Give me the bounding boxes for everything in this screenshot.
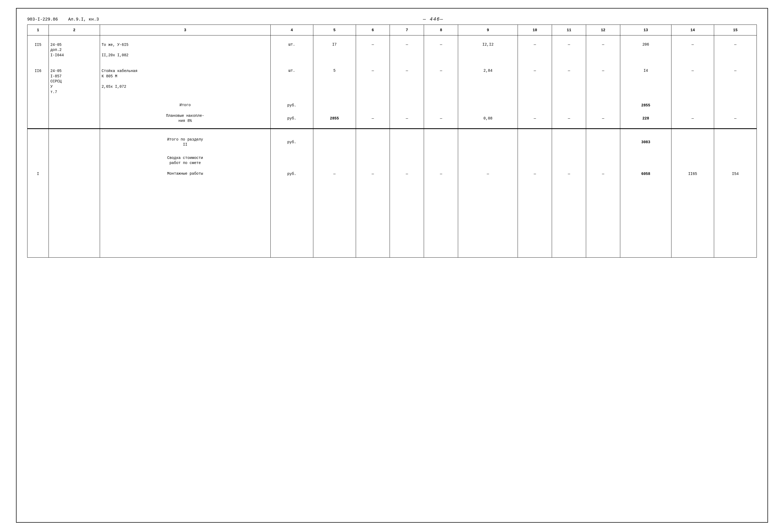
montazh-id: I bbox=[27, 170, 49, 177]
row-c10-II6: — bbox=[518, 66, 552, 97]
row-c14-II6: — bbox=[671, 66, 714, 97]
itogo-unit: руб. bbox=[271, 102, 313, 109]
row-c14-II5: — bbox=[671, 40, 714, 61]
row-ref-II6: 24-05 I-857 ССРСЦ У т.7 bbox=[49, 66, 100, 97]
montazh-c5: — bbox=[313, 170, 356, 177]
bottom-pad-row bbox=[27, 177, 757, 258]
itogo-razdel-value: 3083 bbox=[620, 136, 671, 148]
row-ref-II5: 24-05 доп.2 I-I044 bbox=[49, 40, 100, 61]
corner-bracket-tl bbox=[16, 8, 24, 16]
main-table: 1 2 3 4 5 6 7 8 9 10 11 12 13 14 15 bbox=[27, 25, 757, 258]
page-number: — 446— bbox=[110, 17, 757, 22]
row-desc-II5: То же, У-6I5 II,20x I,082 bbox=[100, 40, 271, 61]
col-header-13: 13 bbox=[620, 25, 671, 35]
planovye-c12: — bbox=[586, 112, 620, 125]
planovye-c7: — bbox=[390, 112, 424, 125]
row-c11-II5: — bbox=[552, 40, 586, 61]
row-id-II6: II6 bbox=[27, 66, 49, 97]
row-c13-II6: I4 bbox=[620, 66, 671, 97]
row-c9-II5: I2,I2 bbox=[458, 40, 518, 61]
table-row-II5: II5 24-05 доп.2 I-I044 То же, У-6I5 II,2… bbox=[27, 40, 757, 61]
col-header-5: 5 bbox=[313, 25, 356, 35]
planovye-c6: — bbox=[356, 112, 390, 125]
spacer-row-6 bbox=[27, 131, 757, 136]
montazh-c10: — bbox=[518, 170, 552, 177]
col-header-10: 10 bbox=[518, 25, 552, 35]
col-header-3: 3 bbox=[100, 25, 271, 35]
col-header-9: 9 bbox=[458, 25, 518, 35]
col-header-1: 1 bbox=[27, 25, 49, 35]
planovye-c11: — bbox=[552, 112, 586, 125]
montazh-c11: — bbox=[552, 170, 586, 177]
col-header-2: 2 bbox=[49, 25, 100, 35]
montazh-c13: 6058 bbox=[620, 170, 671, 177]
col-header-15: 15 bbox=[714, 25, 757, 35]
planovye-c14: — bbox=[671, 112, 714, 125]
doc-number: 903-I-229.86 Ал.9.I, кн.3 bbox=[27, 17, 99, 22]
row-c12-II5: — bbox=[586, 40, 620, 61]
row-qty-II5: I7 bbox=[313, 40, 356, 61]
col-header-12: 12 bbox=[586, 25, 620, 35]
montazh-row: I Монтажные работы руб. — — — — — — — — … bbox=[27, 170, 757, 177]
row-c10-II5: — bbox=[518, 40, 552, 61]
col-header-8: 8 bbox=[424, 25, 458, 35]
montazh-label: Монтажные работы bbox=[100, 170, 271, 177]
planovye-row: Плановые накопле- ния 8% руб. 2855 — — —… bbox=[27, 112, 757, 125]
spacer-row-4 bbox=[27, 109, 757, 112]
montazh-c12: — bbox=[586, 170, 620, 177]
spacer-row-5 bbox=[27, 125, 757, 129]
table-row-II6: II6 24-05 I-857 ССРСЦ У т.7 Стойка кабел… bbox=[27, 66, 757, 97]
spacer-row-7 bbox=[27, 148, 757, 155]
montazh-c8: — bbox=[424, 170, 458, 177]
planovye-c13: 228 bbox=[620, 112, 671, 125]
planovye-c10: — bbox=[518, 112, 552, 125]
row-c6-II6: — bbox=[356, 66, 390, 97]
planovye-c15: — bbox=[714, 112, 757, 125]
header-row: 1 2 3 4 5 6 7 8 9 10 11 12 13 14 15 bbox=[27, 25, 757, 35]
row-c13-II5: 206 bbox=[620, 40, 671, 61]
row-c8-II5: — bbox=[424, 40, 458, 61]
itogo-label: Итого bbox=[100, 102, 271, 109]
col-header-11: 11 bbox=[552, 25, 586, 35]
planovye-qty: 2855 bbox=[313, 112, 356, 125]
svodka-label: Сводка стоимости работ по смете bbox=[100, 155, 271, 167]
row-desc-II6: Стойка кабельная К 805 М 2,65x I,072 bbox=[100, 66, 271, 97]
planovye-c8: — bbox=[424, 112, 458, 125]
itogo-razdel-unit: руб. bbox=[271, 136, 313, 148]
planovye-c9: 0,08 bbox=[458, 112, 518, 125]
row-unit-II5: шт. bbox=[271, 40, 313, 61]
itogo-row: Итого руб. 2855 bbox=[27, 102, 757, 109]
row-c7-II5: — bbox=[390, 40, 424, 61]
page-container: 903-I-229.86 Ал.9.I, кн.3 — 446— 1 bbox=[16, 8, 768, 523]
row-c15-II6: — bbox=[714, 66, 757, 97]
corner-bracket-br bbox=[760, 515, 768, 523]
row-c11-II6: — bbox=[552, 66, 586, 97]
itogo-razdel-label: Итого по разделу II bbox=[100, 136, 271, 148]
spacer-row-3 bbox=[27, 97, 757, 102]
col-header-14: 14 bbox=[671, 25, 714, 35]
montazh-c14: II65 bbox=[671, 170, 714, 177]
montazh-c6: — bbox=[356, 170, 390, 177]
spacer-row-1 bbox=[27, 35, 757, 40]
spacer-row-2 bbox=[27, 60, 757, 66]
montazh-unit: руб. bbox=[271, 170, 313, 177]
montazh-c15: I54 bbox=[714, 170, 757, 177]
row-qty-II6: 5 bbox=[313, 66, 356, 97]
row-unit-II6: шт. bbox=[271, 66, 313, 97]
row-c6-II5: — bbox=[356, 40, 390, 61]
row-c7-II6: — bbox=[390, 66, 424, 97]
thick-separator-row bbox=[27, 129, 757, 131]
row-id-II5: II5 bbox=[27, 40, 49, 61]
itogo-razdel-row: Итого по разделу II руб. 3083 bbox=[27, 136, 757, 148]
spacer-row-8 bbox=[27, 167, 757, 170]
montazh-c7: — bbox=[390, 170, 424, 177]
row-c9-II6: 2,84 bbox=[458, 66, 518, 97]
planovye-label: Плановые накопле- ния 8% bbox=[100, 112, 271, 125]
planovye-unit: руб. bbox=[271, 112, 313, 125]
svodka-header-row: Сводка стоимости работ по смете bbox=[27, 155, 757, 167]
itogo-value: 2855 bbox=[620, 102, 671, 109]
row-c12-II6: — bbox=[586, 66, 620, 97]
row-c8-II6: — bbox=[424, 66, 458, 97]
montazh-c9: — bbox=[458, 170, 518, 177]
col-header-7: 7 bbox=[390, 25, 424, 35]
